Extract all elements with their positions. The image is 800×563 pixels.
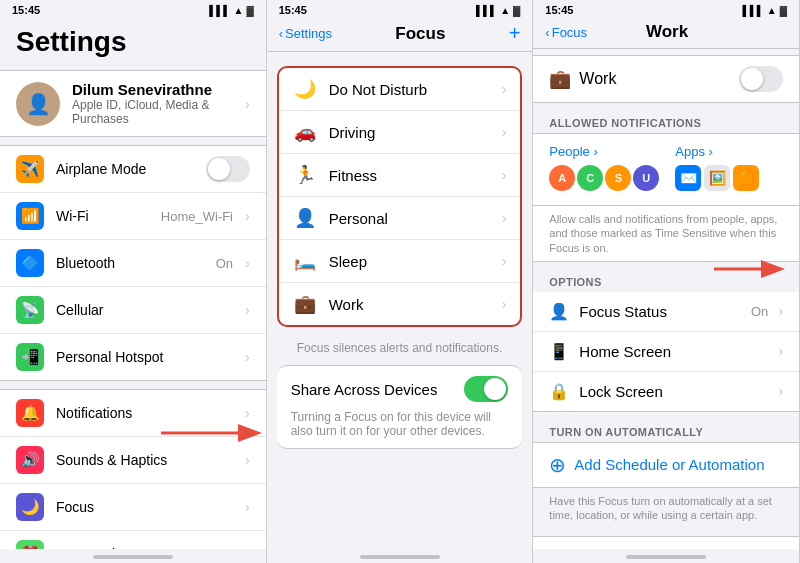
lock-screen-row[interactable]: 🔒 Lock Screen › (533, 372, 799, 412)
wifi-icon-row: 📶 (16, 202, 44, 230)
focus-icon: 🌙 (16, 493, 44, 521)
screentime-row[interactable]: ⏰ Screen Time › (0, 531, 266, 549)
bluetooth-label: Bluetooth (56, 255, 204, 271)
status-icons-1: ▌▌▌ ▲ ▓ (209, 5, 253, 16)
focus-back-button[interactable]: ‹ Settings (279, 26, 332, 41)
bluetooth-value: On (216, 256, 233, 271)
people-col[interactable]: People › A C S U (549, 144, 659, 195)
allowed-note: Allow calls and notifications from peopl… (533, 206, 799, 262)
add-automation-icon: ⊕ (549, 453, 566, 477)
focus-item-driving[interactable]: 🚗 Driving › (279, 111, 521, 154)
work-icon: 💼 (293, 293, 317, 315)
driving-label: Driving (329, 124, 490, 141)
options-section: OPTIONS 👤 Focus Status On › 📱 Home Scree… (533, 270, 799, 412)
battery-icon-2: ▓ (513, 5, 520, 16)
allowed-grid: People › A C S U Apps › ✉️ 🖼️ (533, 133, 799, 206)
focus-status-value: On (751, 304, 768, 319)
signal-icon-3: ▌▌▌ (743, 5, 764, 16)
airplane-toggle[interactable] (206, 156, 250, 182)
apps-label[interactable]: Apps › (675, 144, 783, 159)
bluetooth-row[interactable]: 🔷 Bluetooth On › (0, 240, 266, 287)
profile-chevron: › (245, 96, 250, 112)
people-avatars: A C S U (549, 165, 659, 191)
focus-panel: 15:45 ▌▌▌ ▲ ▓ ‹ Settings Focus + 🌙 Do No… (267, 0, 534, 563)
sounds-row[interactable]: 🔊 Sounds & Haptics › (0, 437, 266, 484)
wifi-chevron: › (245, 208, 250, 224)
apps-icons: ✉️ 🖼️ 🟠 (675, 165, 783, 191)
time-3: 15:45 (545, 4, 573, 16)
sleep-label: Sleep (329, 253, 490, 270)
airplane-icon: ✈️ (16, 155, 44, 183)
airplane-mode-row[interactable]: ✈️ Airplane Mode (0, 146, 266, 193)
work-toggle-row[interactable]: 💼 Work (533, 55, 799, 103)
hotspot-row[interactable]: 📲 Personal Hotspot › (0, 334, 266, 380)
share-row: Share Across Devices (291, 376, 509, 402)
dnd-label: Do Not Disturb (329, 81, 490, 98)
person-s: S (605, 165, 631, 191)
app-photos: 🖼️ (704, 165, 730, 191)
bluetooth-icon: 🔷 (16, 249, 44, 277)
work-scroll[interactable]: 💼 Work ALLOWED NOTIFICATIONS People › A … (533, 49, 799, 549)
share-toggle[interactable] (464, 376, 508, 402)
signal-icon-2: ▌▌▌ (476, 5, 497, 16)
focus-status-row[interactable]: 👤 Focus Status On › (533, 292, 799, 332)
hotspot-icon: 📲 (16, 343, 44, 371)
status-bar-3: 15:45 ▌▌▌ ▲ ▓ (533, 0, 799, 18)
fitness-icon: 🏃 (293, 164, 317, 186)
dnd-chevron: › (502, 81, 507, 97)
work-back-button[interactable]: ‹ Focus (545, 25, 587, 40)
screentime-chevron: › (245, 546, 250, 549)
cellular-chevron: › (245, 302, 250, 318)
cellular-label: Cellular (56, 302, 233, 318)
focus-label: Focus (56, 499, 233, 515)
app-other: 🟠 (733, 165, 759, 191)
work-nav-bar: ‹ Focus Work (533, 18, 799, 49)
people-label[interactable]: People › (549, 144, 659, 159)
focus-item-work[interactable]: 💼 Work › (279, 283, 521, 325)
focus-item-personal[interactable]: 👤 Personal › (279, 197, 521, 240)
delete-section[interactable]: Delete Focus (533, 536, 799, 549)
focus-row[interactable]: 🌙 Focus › (0, 484, 266, 531)
home-screen-chevron: › (778, 343, 783, 359)
settings-scroll[interactable]: 👤 Dilum Senevirathne Apple ID, iCloud, M… (0, 62, 266, 549)
status-icons-3: ▌▌▌ ▲ ▓ (743, 5, 787, 16)
screentime-icon: ⏰ (16, 540, 44, 549)
allowed-section: ALLOWED NOTIFICATIONS People › A C S U (533, 111, 799, 262)
focus-status-chevron: › (778, 303, 783, 319)
focus-list: 🌙 Do Not Disturb › 🚗 Driving › 🏃 Fitness… (277, 66, 523, 327)
work-detail-panel: 15:45 ▌▌▌ ▲ ▓ ‹ Focus Work 💼 Work ALLOWE… (533, 0, 800, 563)
options-header: OPTIONS (533, 270, 799, 292)
focus-item-sleep[interactable]: 🛏️ Sleep › (279, 240, 521, 283)
wifi-value: Home_Wi-Fi (161, 209, 233, 224)
hotspot-chevron: › (245, 349, 250, 365)
add-automation-label: Add Schedule or Automation (574, 456, 764, 473)
person-c: C (577, 165, 603, 191)
home-screen-row[interactable]: 📱 Home Screen › (533, 332, 799, 372)
lock-screen-label: Lock Screen (579, 383, 768, 400)
work-toggle[interactable] (739, 66, 783, 92)
settings-panel: 15:45 ▌▌▌ ▲ ▓ Settings 👤 Dilum Senevirat… (0, 0, 267, 563)
turn-on-header: TURN ON AUTOMATICALLY (533, 420, 799, 442)
work-toggle-label: Work (579, 70, 616, 88)
add-automation-row[interactable]: ⊕ Add Schedule or Automation (533, 442, 799, 488)
focus-chevron: › (245, 499, 250, 515)
wifi-row[interactable]: 📶 Wi-Fi Home_Wi-Fi › (0, 193, 266, 240)
wifi-icon: ▲ (233, 5, 243, 16)
share-label: Share Across Devices (291, 381, 438, 398)
status-bar-2: 15:45 ▌▌▌ ▲ ▓ (267, 0, 533, 18)
apps-col[interactable]: Apps › ✉️ 🖼️ 🟠 (675, 144, 783, 195)
focus-scroll[interactable]: 🌙 Do Not Disturb › 🚗 Driving › 🏃 Fitness… (267, 52, 533, 549)
allowed-header: ALLOWED NOTIFICATIONS (533, 111, 799, 133)
cellular-row[interactable]: 📡 Cellular › (0, 287, 266, 334)
profile-row[interactable]: 👤 Dilum Senevirathne Apple ID, iCloud, M… (0, 70, 266, 137)
notifications-row[interactable]: 🔔 Notifications › (0, 390, 266, 437)
focus-add-button[interactable]: + (509, 22, 521, 45)
focus-item-fitness[interactable]: 🏃 Fitness › (279, 154, 521, 197)
settings-title: Settings (0, 18, 266, 62)
battery-icon-3: ▓ (780, 5, 787, 16)
work-chevron: › (502, 296, 507, 312)
focus-item-dnd[interactable]: 🌙 Do Not Disturb › (279, 68, 521, 111)
bluetooth-chevron: › (245, 255, 250, 271)
work-back-label: Focus (552, 25, 587, 40)
notifications-icon: 🔔 (16, 399, 44, 427)
